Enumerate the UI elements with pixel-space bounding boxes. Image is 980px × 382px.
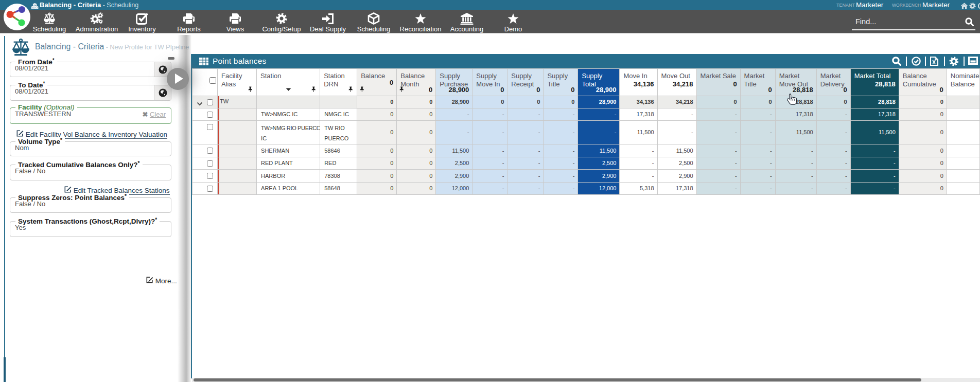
svg-text:X: X (932, 59, 936, 65)
